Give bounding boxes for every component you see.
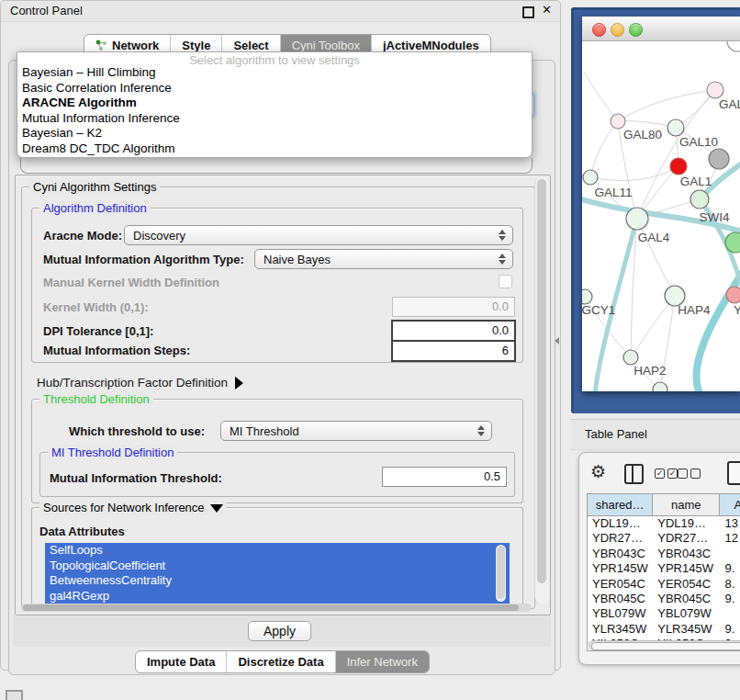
table-cell[interactable]: YBL079W bbox=[588, 606, 653, 621]
table-cell[interactable] bbox=[720, 547, 740, 561]
network-node[interactable] bbox=[670, 158, 687, 175]
column-header-name[interactable]: name bbox=[653, 494, 720, 515]
network-node[interactable] bbox=[709, 149, 729, 169]
sources-expander[interactable]: Sources for Network Inference bbox=[39, 501, 227, 514]
table-cell[interactable]: 9. bbox=[720, 592, 740, 606]
network-node[interactable] bbox=[667, 119, 684, 136]
bottom-tab-infer-network[interactable]: Infer Network bbox=[335, 651, 429, 672]
table-cell[interactable]: YER054C bbox=[588, 577, 653, 592]
table-cell[interactable]: YBL079W bbox=[653, 606, 720, 621]
which-threshold-label: Which threshold to use: bbox=[69, 424, 205, 438]
table-cell[interactable]: YDL19… bbox=[653, 516, 720, 531]
document-icon[interactable] bbox=[727, 461, 740, 485]
network-node[interactable] bbox=[582, 289, 592, 304]
table-cell[interactable]: YLR345W bbox=[653, 622, 720, 637]
table-cell[interactable]: YLR345W bbox=[588, 622, 653, 637]
table-cell[interactable]: YPR145W bbox=[653, 561, 720, 576]
which-threshold-select[interactable]: MI Threshold bbox=[220, 421, 492, 441]
table-horizontal-scrollbar[interactable] bbox=[589, 640, 740, 650]
algorithm-option-bayesian-k2[interactable]: Bayesian – K2 bbox=[17, 126, 532, 141]
algorithm-definition-title: Algorithm Definition bbox=[39, 201, 151, 215]
network-edge[interactable] bbox=[590, 166, 678, 181]
table-cell[interactable]: YBR045C bbox=[653, 592, 720, 606]
network-node[interactable] bbox=[623, 350, 638, 365]
mi-threshold-label: Mutual Information Threshold: bbox=[50, 471, 222, 485]
algorithm-option-aracne-algorithm[interactable]: ARACNE Algorithm bbox=[17, 96, 532, 111]
network-canvas[interactable]: GALGAL80GAL10GAL1GAL11SWI4GAL4GCY1HAP4YH… bbox=[582, 41, 740, 391]
table-cell[interactable]: 13 bbox=[720, 516, 740, 531]
network-edge[interactable] bbox=[631, 296, 675, 357]
settings-vertical-scrollbar[interactable] bbox=[534, 176, 549, 604]
table-cell[interactable]: YBR043C bbox=[653, 547, 720, 561]
table-cell[interactable]: 12 bbox=[720, 531, 740, 546]
algorithm-option-dream8-dc-tdc-algorithm[interactable]: Dream8 DC_TDC Algorithm bbox=[17, 141, 532, 157]
deselect-checks-icon[interactable] bbox=[678, 469, 701, 479]
table-cell[interactable]: YDL19… bbox=[588, 516, 653, 531]
dpi-tolerance-field[interactable]: 0.0 bbox=[391, 320, 516, 342]
network-edge[interactable] bbox=[590, 121, 618, 177]
algorithm-option-bayesian-hill-climbing[interactable]: Bayesian – Hill Climbing bbox=[17, 65, 532, 81]
table-cell[interactable]: 8. bbox=[720, 577, 740, 592]
select-all-checks-icon[interactable]: ✓✓ bbox=[655, 469, 678, 479]
network-node[interactable] bbox=[653, 382, 667, 391]
dpi-tolerance-label: DPI Tolerance [0,1]: bbox=[43, 324, 153, 338]
network-node[interactable] bbox=[727, 41, 740, 51]
close-window-icon[interactable]: ✕ bbox=[542, 3, 552, 17]
table-cell[interactable]: 9. bbox=[720, 622, 740, 637]
table-row[interactable]: YBL079WYBL079W bbox=[588, 606, 740, 621]
attribute-item-gal4rgexp[interactable]: gal4RGexp bbox=[45, 589, 510, 604]
table-row[interactable]: YER054CYER054C8. bbox=[588, 577, 740, 592]
bottom-tab-impute-data[interactable]: Impute Data bbox=[136, 651, 226, 672]
minimize-button[interactable] bbox=[611, 23, 624, 37]
table-cell[interactable]: YPR145W bbox=[588, 561, 653, 576]
hub-factor-expander[interactable]: Hub/Transcription Factor Definition bbox=[37, 376, 243, 390]
table-row[interactable]: YPR145WYPR145W9. bbox=[588, 561, 740, 576]
mi-steps-field[interactable]: 6 bbox=[391, 340, 516, 362]
node-table: shared…nameA YDL19…YDL19…13YDR27…YDR27…1… bbox=[587, 493, 740, 651]
algorithm-option-mutual-information-inference[interactable]: Mutual Information Inference bbox=[17, 111, 532, 127]
network-edge[interactable] bbox=[584, 72, 618, 121]
gear-icon[interactable]: ⚙ bbox=[590, 461, 606, 482]
apply-button[interactable]: Apply bbox=[248, 621, 311, 641]
attributes-scrollbar[interactable] bbox=[496, 545, 506, 602]
attribute-item-topologicalcoefficient[interactable]: TopologicalCoefficient bbox=[45, 559, 510, 574]
hub-factor-label: Hub/Transcription Factor Definition bbox=[37, 376, 228, 390]
column-header-a[interactable]: A bbox=[720, 494, 740, 515]
table-cell[interactable]: YER054C bbox=[653, 577, 720, 592]
network-node[interactable] bbox=[583, 170, 598, 185]
table-cell[interactable]: YBR043C bbox=[588, 547, 653, 561]
table-row[interactable]: YLR345WYLR345W9. bbox=[588, 622, 740, 637]
network-node[interactable] bbox=[626, 208, 648, 230]
attribute-item-betweennesscentrality[interactable]: BetweennessCentrality bbox=[45, 573, 510, 589]
table-cell[interactable]: YDR27… bbox=[653, 531, 720, 546]
table-cell[interactable]: YDR27… bbox=[588, 531, 653, 546]
table-cell[interactable]: YBR045C bbox=[588, 592, 653, 606]
which-threshold-value: MI Threshold bbox=[230, 424, 299, 438]
table-cell[interactable] bbox=[720, 606, 740, 621]
network-node[interactable] bbox=[690, 190, 709, 209]
columns-icon[interactable] bbox=[624, 464, 644, 484]
bottom-tab-discretize-data[interactable]: Discretize Data bbox=[226, 651, 334, 672]
network-edge[interactable] bbox=[618, 90, 715, 121]
table-cell[interactable]: 9. bbox=[720, 561, 740, 576]
aracne-mode-select[interactable]: Discovery bbox=[124, 225, 513, 245]
close-button[interactable] bbox=[592, 23, 606, 37]
algorithm-option-basic-correlation-inference[interactable]: Basic Correlation Inference bbox=[17, 81, 532, 96]
network-node[interactable] bbox=[611, 114, 625, 129]
settings-horizontal-scrollbar[interactable] bbox=[21, 604, 532, 612]
network-node[interactable] bbox=[707, 82, 723, 98]
dock-panel-icon[interactable] bbox=[6, 690, 23, 700]
table-row[interactable]: YDL19…YDL19…13 bbox=[588, 516, 740, 531]
zoom-button[interactable] bbox=[629, 23, 643, 37]
attribute-item-selfloops[interactable]: SelfLoops bbox=[45, 543, 510, 559]
table-row[interactable]: YBR045CYBR045C9. bbox=[588, 592, 740, 606]
column-header-shared[interactable]: shared… bbox=[588, 494, 653, 515]
network-node[interactable] bbox=[726, 287, 740, 303]
mi-threshold-field[interactable]: 0.5 bbox=[382, 467, 507, 487]
splitter-collapse-icon[interactable] bbox=[555, 337, 559, 344]
table-row[interactable]: YBR043CYBR043C bbox=[588, 547, 740, 561]
mi-algorithm-type-select[interactable]: Naive Bayes bbox=[254, 249, 513, 269]
table-row[interactable]: YDR27…YDR27…12 bbox=[588, 531, 740, 546]
network-node[interactable] bbox=[725, 232, 740, 253]
float-window-icon[interactable] bbox=[522, 6, 534, 18]
